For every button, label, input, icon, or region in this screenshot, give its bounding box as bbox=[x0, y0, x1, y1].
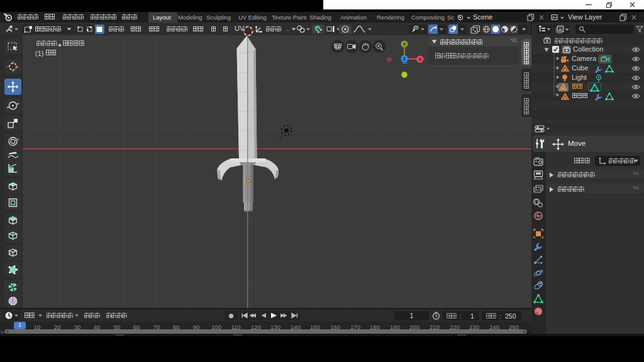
svg-text:Y: Y bbox=[402, 41, 406, 47]
svg-text:Z: Z bbox=[403, 56, 406, 62]
svg-text:X: X bbox=[418, 57, 421, 62]
